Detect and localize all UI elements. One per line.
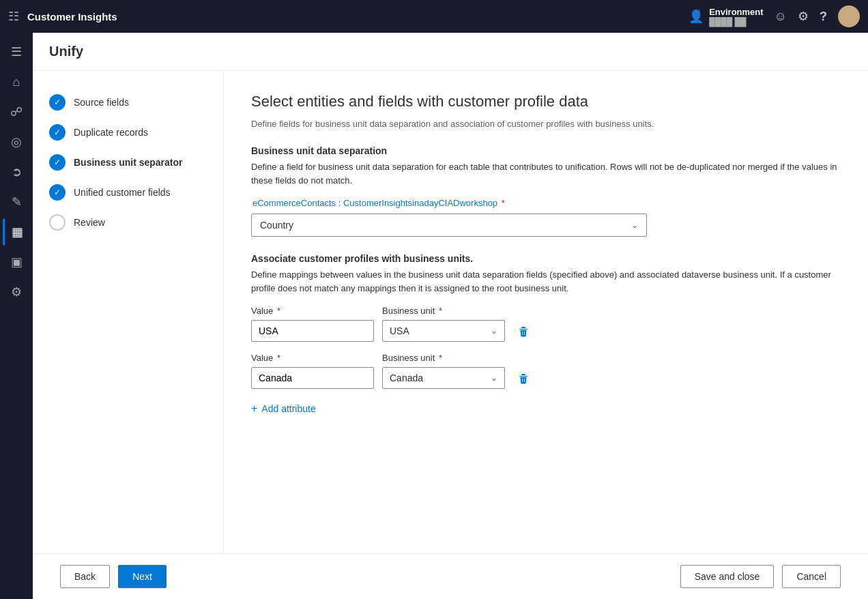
- bu-chevron-1: ⌄: [491, 326, 497, 336]
- sidebar-item-lightbulb[interactable]: ✎: [3, 188, 30, 216]
- app-title: Customer Insights: [27, 11, 117, 23]
- avatar[interactable]: [838, 5, 860, 27]
- step-circle-business-unit-separator: ✓: [49, 154, 66, 171]
- check-icon-4: ✓: [54, 188, 61, 197]
- grid-icon[interactable]: ☷: [8, 9, 19, 24]
- sidebar-item-chart[interactable]: ➲: [3, 158, 30, 186]
- check-icon: ✓: [54, 98, 61, 107]
- add-attribute-button[interactable]: + Add attribute: [251, 400, 316, 418]
- main-content: Select entities and fields with customer…: [224, 71, 868, 553]
- help-icon[interactable]: ?: [820, 10, 827, 24]
- check-icon-3: ✓: [54, 158, 61, 167]
- sidebar-item-reports[interactable]: ▣: [3, 248, 30, 276]
- sidebar-item-menu[interactable]: ☰: [3, 38, 30, 65]
- plus-icon: +: [251, 403, 257, 415]
- next-button[interactable]: Next: [118, 565, 167, 588]
- step-review[interactable]: Review: [44, 207, 212, 237]
- step-source-fields[interactable]: ✓ Source fields: [44, 87, 212, 117]
- bu-chevron-2: ⌄: [491, 373, 497, 383]
- sidebar-item-home[interactable]: ⌂: [3, 68, 30, 96]
- business-unit-label-1: Business unit *: [382, 306, 505, 316]
- country-dropdown-value: Country: [260, 220, 293, 231]
- business-unit-dropdown-1[interactable]: USA ⌄: [382, 320, 505, 342]
- section-page-desc: Define fields for business unit data sep…: [251, 119, 841, 129]
- country-dropdown-chevron: ⌄: [631, 220, 638, 230]
- section1-desc: Define a field for business unit data se…: [251, 160, 841, 187]
- section-page-title: Select entities and fields with customer…: [251, 93, 841, 111]
- smiley-icon[interactable]: ☺: [775, 10, 787, 24]
- country-dropdown[interactable]: Country ⌄: [251, 214, 647, 237]
- sidebar-item-analytics[interactable]: ☍: [3, 98, 30, 126]
- step-circle-unified-customer-fields: ✓: [49, 184, 66, 201]
- step-unified-customer-fields[interactable]: ✓ Unified customer fields: [44, 177, 212, 207]
- step-circle-review: [49, 214, 66, 231]
- value-group-2: Value *: [251, 353, 374, 389]
- business-unit-value-1: USA: [390, 325, 409, 336]
- footer-right: Save and close Cancel: [680, 565, 841, 588]
- step-label-duplicate-records: Duplicate records: [74, 127, 148, 138]
- delete-row-1-button[interactable]: [513, 321, 534, 342]
- env-label: Environment: [709, 7, 763, 17]
- mapping-row-2: Value * Business unit * Canada ⌄: [251, 353, 841, 389]
- footer: Back Next Save and close Cancel: [33, 553, 868, 599]
- step-label-unified-customer-fields: Unified customer fields: [74, 187, 171, 198]
- step-circle-source-fields: ✓: [49, 94, 66, 111]
- environment-info: 👤 Environment ████ ██: [689, 7, 763, 27]
- value-input-2[interactable]: [251, 367, 374, 389]
- save-close-button[interactable]: Save and close: [680, 565, 775, 588]
- page-header: Unify: [33, 33, 868, 71]
- value-input-1[interactable]: [251, 320, 374, 342]
- sidebar-item-target[interactable]: ◎: [3, 128, 30, 156]
- step-duplicate-records[interactable]: ✓ Duplicate records: [44, 117, 212, 147]
- associate-section: Associate customer profiles with busines…: [251, 253, 841, 418]
- section2-title: Associate customer profiles with busines…: [251, 253, 841, 264]
- business-unit-label-2: Business unit *: [382, 353, 505, 363]
- trash-icon-2: [517, 372, 530, 385]
- value-group-1: Value *: [251, 306, 374, 342]
- svg-rect-3: [519, 376, 527, 377]
- gear-icon[interactable]: ⚙: [798, 9, 809, 24]
- step-circle-duplicate-records: ✓: [49, 124, 66, 141]
- delete-row-2-button[interactable]: [513, 368, 534, 389]
- sidebar-item-segments[interactable]: ▦: [3, 218, 30, 246]
- step-label-business-unit-separator: Business unit separator: [74, 157, 183, 168]
- business-unit-value-2: Canada: [390, 372, 423, 383]
- business-unit-group-2: Business unit * Canada ⌄: [382, 353, 505, 389]
- entity-field-label: eCommerceContacts : CustomerInsightsinad…: [251, 198, 841, 208]
- env-sub: ████ ██: [709, 17, 763, 27]
- business-unit-dropdown-2[interactable]: Canada ⌄: [382, 367, 505, 389]
- icon-sidebar: ☰ ⌂ ☍ ◎ ➲ ✎ ▦ ▣ ⚙: [0, 33, 33, 599]
- sidebar-item-settings[interactable]: ⚙: [3, 278, 30, 306]
- value-label-2: Value *: [251, 353, 374, 363]
- trash-icon-1: [517, 325, 530, 338]
- footer-left: Back Next: [60, 565, 167, 588]
- svg-rect-0: [519, 329, 527, 330]
- value-label-1: Value *: [251, 306, 374, 316]
- entity-name: eCommerceContacts : CustomerInsightsinad…: [252, 198, 497, 208]
- step-label-source-fields: Source fields: [74, 97, 129, 108]
- business-unit-section: Business unit data separation Define a f…: [251, 145, 841, 237]
- step-label-review: Review: [74, 217, 105, 228]
- required-star: *: [499, 198, 505, 208]
- back-button[interactable]: Back: [60, 565, 110, 588]
- step-business-unit-separator[interactable]: ✓ Business unit separator: [44, 147, 212, 177]
- env-icon: 👤: [689, 9, 704, 24]
- check-icon-2: ✓: [54, 128, 61, 137]
- page-title: Unify: [49, 44, 852, 59]
- add-attr-label: Add attribute: [261, 403, 315, 414]
- section2-desc: Define mappings between values in the bu…: [251, 268, 841, 295]
- section1-title: Business unit data separation: [251, 145, 841, 156]
- mapping-row-1: Value * Business unit * USA ⌄: [251, 306, 841, 342]
- business-unit-group-1: Business unit * USA ⌄: [382, 306, 505, 342]
- cancel-button[interactable]: Cancel: [782, 565, 841, 588]
- steps-sidebar: ✓ Source fields ✓ Duplicate records ✓ Bu…: [33, 71, 224, 553]
